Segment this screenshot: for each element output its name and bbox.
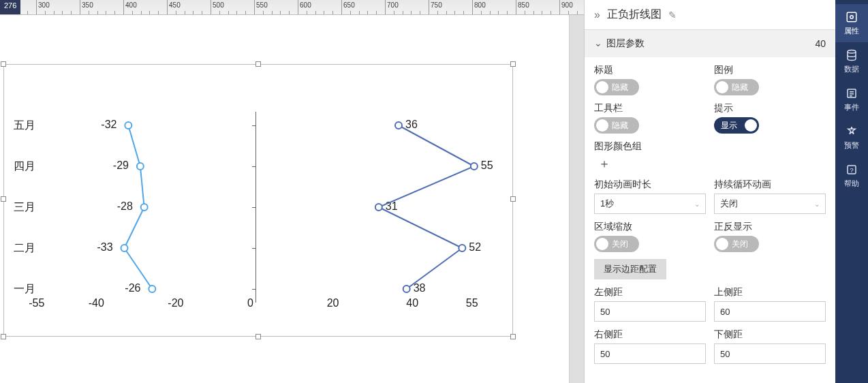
rail-label: 属性 — [844, 26, 859, 36]
toggle-legend[interactable]: 隐藏 — [714, 79, 759, 95]
list-icon — [845, 87, 858, 100]
panel-body: 标题 隐藏 图例 隐藏 工具栏 隐藏 提示 显示 图形颜色组 ＋ — [585, 57, 835, 383]
svg-point-9 — [403, 286, 410, 292]
svg-rect-10 — [847, 12, 856, 22]
label-left-margin: 左侧距 — [594, 286, 706, 298]
rail-item-help[interactable]: ? 帮助 — [835, 157, 868, 195]
select-init-anim[interactable]: 1秒⌄ — [594, 194, 706, 214]
svg-point-3 — [121, 245, 128, 251]
section-layer-params[interactable]: ⌄图层参数 40 — [585, 30, 835, 57]
label-title: 标题 — [594, 64, 706, 76]
toggle-title[interactable]: 隐藏 — [594, 79, 639, 95]
label-top-margin: 上侧距 — [714, 286, 826, 298]
label-toolbar: 工具栏 — [594, 102, 706, 114]
label-flip: 正反显示 — [714, 221, 826, 233]
svg-point-8 — [459, 245, 465, 251]
input-bottom-margin[interactable] — [714, 343, 826, 364]
label-colorgroup: 图形颜色组 — [594, 140, 706, 153]
right-rail: 属性 数据 事件 预警 ? 帮助 — [835, 0, 868, 383]
label-legend: 图例 — [714, 64, 826, 76]
rail-label: 事件 — [844, 102, 859, 112]
settings-icon — [845, 10, 858, 24]
toggle-toolbar[interactable]: 隐藏 — [594, 117, 639, 134]
input-top-margin[interactable] — [714, 301, 826, 322]
alert-icon — [845, 125, 858, 138]
label-tooltip: 提示 — [714, 102, 826, 114]
rail-label: 帮助 — [844, 179, 859, 189]
panel-header: » 正负折线图 ✎ — [585, 0, 835, 30]
margin-config-button[interactable]: 显示边距配置 — [594, 259, 666, 279]
collapse-icon[interactable]: » — [594, 9, 600, 21]
svg-point-2 — [141, 204, 148, 211]
positive-negative-line-chart: 五月四月三月二月一月-55-40-200204055-32-29-28-33-2… — [3, 64, 513, 337]
svg-point-4 — [149, 286, 155, 292]
svg-point-11 — [850, 16, 854, 19]
database-icon — [845, 48, 858, 62]
svg-point-7 — [375, 204, 382, 211]
add-color-button[interactable]: ＋ — [594, 155, 615, 172]
panel-title: 正负折线图 — [607, 7, 662, 22]
label-init-anim: 初始动画时长 — [594, 179, 706, 191]
ruler-position-badge: 276 — [0, 0, 20, 15]
design-canvas[interactable]: 五月四月三月二月一月-55-40-200204055-32-29-28-33-2… — [0, 15, 584, 383]
rail-item-attr[interactable]: 属性 — [835, 4, 868, 42]
svg-point-0 — [125, 122, 131, 129]
label-bottom-margin: 下侧距 — [714, 328, 826, 341]
svg-point-12 — [848, 50, 856, 54]
chevron-down-icon: ⌄ — [814, 200, 820, 208]
help-icon: ? — [845, 163, 858, 177]
rail-item-data[interactable]: 数据 — [835, 42, 868, 80]
svg-point-5 — [395, 122, 402, 129]
label-right-margin: 右侧距 — [594, 328, 706, 341]
input-left-margin[interactable] — [594, 301, 706, 322]
rail-label: 预警 — [844, 140, 859, 151]
chevron-down-icon: ⌄ — [694, 200, 700, 208]
label-zoom: 区域缩放 — [594, 221, 706, 233]
label-loop-anim: 持续循环动画 — [714, 179, 826, 191]
rail-item-alert[interactable]: 预警 — [835, 119, 868, 157]
toggle-flip[interactable]: 关闭 — [714, 236, 759, 252]
svg-point-6 — [471, 163, 478, 170]
svg-text:?: ? — [850, 166, 854, 174]
rail-item-event[interactable]: 事件 — [835, 80, 868, 119]
chevron-down-icon: ⌄ — [594, 37, 602, 48]
svg-point-1 — [137, 163, 144, 170]
rail-label: 数据 — [844, 64, 859, 74]
input-right-margin[interactable] — [594, 343, 706, 364]
canvas-edge — [569, 15, 584, 383]
property-panel: » 正负折线图 ✎ ⌄图层参数 40 标题 隐藏 图例 隐藏 工具栏 隐藏 提示… — [584, 0, 835, 383]
section-count: 40 — [815, 38, 826, 49]
select-loop-anim[interactable]: 关闭⌄ — [714, 194, 826, 214]
section-label: 图层参数 — [606, 37, 645, 48]
edit-icon[interactable]: ✎ — [668, 10, 677, 20]
toggle-zoom[interactable]: 关闭 — [594, 236, 639, 252]
toggle-tooltip[interactable]: 显示 — [714, 117, 759, 134]
